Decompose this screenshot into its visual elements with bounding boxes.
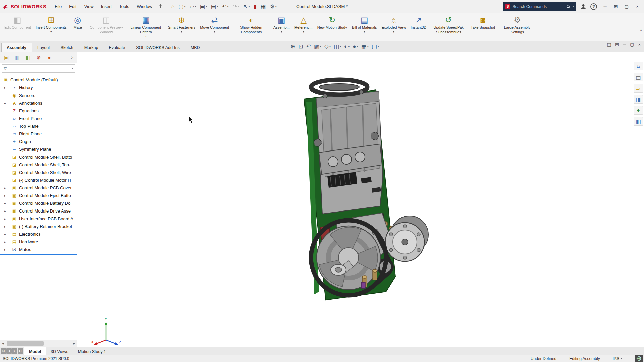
previous-view-button[interactable]: ↶ [306,44,311,49]
edit-appearance-button[interactable]: ●▾ [353,44,358,49]
new-document-button[interactable]: ▢▾ [177,3,187,10]
apply-scene-button[interactable]: ▦▾ [361,44,369,49]
expand-arrow-icon[interactable]: ▸ [4,186,6,190]
tab-3d-views[interactable]: 3D Views [46,347,73,355]
scrollbar-thumb[interactable] [7,341,44,346]
pin-menu-icon[interactable] [159,4,162,10]
home-button[interactable]: ⌂ [170,3,176,10]
restore-button[interactable]: ▢ [622,3,631,11]
view-orientation-button[interactable]: ◇▾ [324,44,331,49]
hide-show-items-button[interactable]: ◐▾ [344,44,350,49]
smart-fasteners-button[interactable]: ⊕ Smart Fasteners ▾ [166,14,198,41]
panel-expand-chevron-icon[interactable]: > [69,55,75,60]
tree-item-sensors[interactable]: ◉ Sensors [0,92,77,99]
file-explorer-tab[interactable]: ▱ [634,84,643,93]
search-input[interactable] [512,4,564,9]
tab-mbd[interactable]: MBD [185,43,205,52]
filter-box[interactable]: ▽ ▾ [2,64,75,73]
tab-layout[interactable]: Layout [32,43,55,52]
tab-evaluate[interactable]: Evaluate [104,43,131,52]
tree-item-electronics[interactable]: ▸ ▤ Electronics [0,230,77,238]
save-button[interactable]: ▣▾ [198,3,209,10]
doc-close-button[interactable]: × [638,42,641,47]
zoom-to-area-button[interactable]: ⊡ [298,44,303,49]
menu-edit[interactable]: Edit [65,2,80,11]
ribbon-collapse-icon[interactable]: ^ [640,29,642,34]
configurationmanager-tab[interactable]: ◧ [23,53,33,62]
menu-insert[interactable]: Insert [97,2,116,11]
menu-view[interactable]: View [80,2,97,11]
panel-horizontal-scrollbar[interactable]: ◀ ▶ [0,340,77,347]
account-button[interactable] [580,3,587,10]
dimxpertmanager-tab[interactable]: ⊕ [34,53,44,62]
window-layout-button[interactable]: ⊞ [611,3,621,11]
filter-input[interactable] [8,66,70,71]
reference-geometry-button[interactable]: △ Referenc... ▾ [292,14,315,41]
undo-button[interactable]: ↶▾ [220,3,230,10]
tree-item-eject-button[interactable]: ▸ ▣ Control Module Eject Butto [0,192,77,199]
graphics-viewport[interactable]: ⌂ ▤ ▱ ◨ ● ◧ [77,52,644,347]
expand-arrow-icon[interactable]: ▸ [4,240,6,244]
expand-arrow-icon[interactable]: ▸ [4,233,6,236]
open-button[interactable]: ▱▾ [188,3,198,10]
expand-arrow-icon[interactable]: ▸ [4,86,6,89]
previous-frame-button[interactable]: ◀ [6,348,12,354]
doc-restore-button[interactable]: ▢ [630,42,634,47]
tab-markup[interactable]: Markup [79,43,104,52]
pane-split-icon[interactable]: ◫ [607,42,611,47]
options-button[interactable]: ⚙▾ [268,3,278,10]
scrollbar-track[interactable] [6,340,71,347]
connection-globe-button[interactable] [635,355,643,362]
tree-item-shell-wire[interactable]: ◪ Control Module Shell, Wire [0,169,77,176]
print-button[interactable]: ▤▾ [209,3,220,10]
insert-components-button[interactable]: ⊞ Insert Components ▾ [33,14,69,41]
appearances-scenes-tab[interactable]: ● [634,106,643,115]
help-button[interactable]: ? [590,3,597,10]
view-settings-button[interactable]: ▢▾ [372,44,379,49]
tree-root-control-module[interactable]: ▣ Control Module (Default) [0,76,77,84]
expand-arrow-icon[interactable]: ▸ [4,209,6,213]
expand-arrow-icon[interactable]: ▸ [4,248,6,251]
tree-item-shell-bottom[interactable]: ◪ Control Module Shell, Botto [0,153,77,161]
tree-item-hardware[interactable]: ▸ ▤ Hardware [0,238,77,246]
tab-solidworks-add-ins[interactable]: SOLIDWORKS Add-Ins [130,43,185,52]
tree-item-battery-door[interactable]: ▸ ▣ Control Module Battery Do [0,199,77,207]
tab-assembly[interactable]: Assembly [1,43,32,52]
section-view-button[interactable]: ▨▾ [314,44,321,49]
doc-minimize-button[interactable]: ─ [623,42,626,47]
expand-arrow-icon[interactable]: ▸ [4,217,6,221]
units-selector[interactable]: IPS ▾ [613,356,622,361]
show-hidden-components-button[interactable]: ◐ Show Hidden Components [231,14,271,41]
close-button[interactable]: × [633,3,642,11]
tree-item-drive-assembly[interactable]: ▸ ▣ Control Module Drive Asse [0,207,77,215]
tree-item-ui-pcb-board[interactable]: ▸ ▣ User Interface PCB Board A [0,215,77,223]
edit-component-button[interactable]: ◧ Edit Component [2,14,33,41]
zoom-to-fit-button[interactable]: ⊕ [290,44,295,49]
displaymanager-tab[interactable]: ● [44,53,54,62]
tree-item-shell-top[interactable]: ◪ Control Module Shell, Top- [0,161,77,169]
mate-button[interactable]: ◎ Mate [69,14,87,41]
solidworks-resources-tab[interactable]: ⌂ [634,62,643,70]
propertymanager-tab[interactable]: ▥ [12,53,22,62]
tab-sketch[interactable]: Sketch [55,43,79,52]
featuremanager-tab[interactable]: ▣ [1,53,11,62]
search-icon[interactable] [566,4,571,9]
custom-properties-tab[interactable]: ◧ [634,117,643,126]
chevron-down-icon[interactable]: ▾ [573,5,574,8]
tree-item-history[interactable]: ▸ ◔ History [0,84,77,92]
search-commands-box[interactable]: S ▾ [503,2,576,11]
linear-component-pattern-button[interactable]: ▦ Linear Component Pattern ▾ [126,14,166,41]
large-assembly-settings-button[interactable]: ⚙ Large Assembly Settings [497,14,537,41]
menu-tools[interactable]: Tools [115,2,133,11]
tree-item-front-plane[interactable]: ▱ Front Plane [0,115,77,122]
new-motion-study-button[interactable]: ↻ New Motion Study [315,14,350,41]
expand-arrow-icon[interactable]: ▸ [4,102,6,105]
minimize-button[interactable]: ─ [600,3,610,11]
assembly-features-button[interactable]: ▣ Assemb... ▾ [271,14,292,41]
touch-mode-button[interactable]: ▮ [252,3,258,10]
tree-item-annotations[interactable]: ▸ A Annotations [0,99,77,107]
tree-item-mates[interactable]: ▸ ⋈ Mates [0,246,77,253]
pane-split-horizontal-icon[interactable]: ⊟ [615,42,619,47]
tab-motion-study-1[interactable]: Motion Study 1 [73,347,111,355]
tree-item-pcb-cover[interactable]: ▸ ▣ Control Module PCB Cover [0,184,77,192]
